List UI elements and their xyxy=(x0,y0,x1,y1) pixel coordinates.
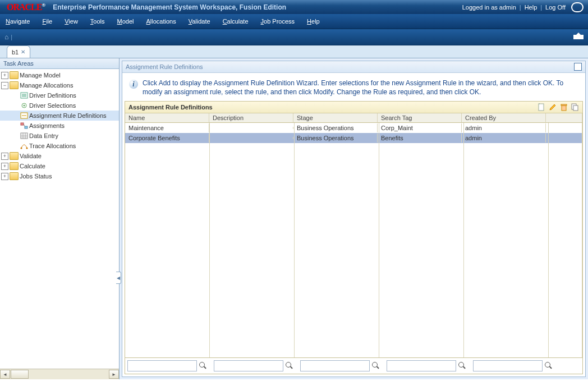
col-stage[interactable]: Stage xyxy=(293,113,378,122)
menu-allocations[interactable]: Allocations xyxy=(146,18,176,25)
svg-rect-11 xyxy=(561,104,567,105)
oracle-logo: ORACLE® xyxy=(4,2,47,13)
expand-icon[interactable]: + xyxy=(1,163,8,170)
splitter-handle[interactable]: ◀ xyxy=(116,272,121,284)
task-tree: + Manage Model − Manage Allocations Driv… xyxy=(0,69,119,369)
expand-icon[interactable]: + xyxy=(1,173,8,180)
logoff-link[interactable]: Log Off xyxy=(545,4,566,11)
tree-node-assignment-rule-definitions[interactable]: Assignment Rule Definitions xyxy=(0,111,119,121)
close-icon[interactable]: ✕ xyxy=(21,49,25,55)
trace-icon xyxy=(20,143,28,149)
svg-point-8 xyxy=(26,148,28,149)
search-icon[interactable] xyxy=(458,362,466,370)
assignment-rule-panel: Assignment Rule Definitions i Click Add … xyxy=(122,61,586,377)
table-body: Maintenance Business Operations Corp_Mai… xyxy=(125,123,582,357)
menu-help[interactable]: Help xyxy=(307,18,320,25)
expand-icon[interactable]: + xyxy=(1,72,8,79)
maximize-icon[interactable] xyxy=(574,63,582,71)
tree-node-calculate[interactable]: + Calculate xyxy=(0,161,119,171)
app-header: ORACLE® Enterprise Performance Managemen… xyxy=(0,0,588,14)
col-name[interactable]: Name xyxy=(125,113,209,122)
main-panel-area: Assignment Rule Definitions i Click Add … xyxy=(120,58,588,379)
scroll-right-icon[interactable]: ► xyxy=(109,370,119,379)
tree-node-validate[interactable]: + Validate xyxy=(0,151,119,161)
scroll-left-icon[interactable]: ◄ xyxy=(0,370,10,379)
collapse-toggle-icon[interactable] xyxy=(573,35,584,39)
login-status: Logged in as admin xyxy=(462,4,516,11)
folder-icon xyxy=(10,162,19,170)
collapse-icon[interactable]: − xyxy=(1,82,8,89)
filter-name-input[interactable] xyxy=(127,360,197,371)
table-row[interactable]: Corporate Benefits Business Operations B… xyxy=(125,133,582,143)
help-link[interactable]: Help xyxy=(525,4,538,11)
filter-created-by-input[interactable] xyxy=(473,360,543,371)
col-search-tag[interactable]: Search Tag xyxy=(378,113,462,122)
tree-node-trace-allocations[interactable]: Trace Allocations xyxy=(0,141,119,151)
add-button[interactable] xyxy=(538,103,545,111)
table-row[interactable]: Maintenance Business Operations Corp_Mai… xyxy=(125,123,582,133)
panel-title: Assignment Rule Definitions xyxy=(126,63,203,70)
filter-description-input[interactable] xyxy=(214,360,283,371)
tab-label: b1 xyxy=(12,49,19,56)
sidebar: Task Areas + Manage Model − Manage Alloc… xyxy=(0,58,120,379)
tree-node-manage-allocations[interactable]: − Manage Allocations xyxy=(0,80,119,90)
search-icon[interactable] xyxy=(199,362,207,370)
svg-point-7 xyxy=(21,148,22,149)
assignments-icon xyxy=(20,122,28,129)
home-icon[interactable]: ⌂ xyxy=(4,33,8,41)
sidebar-title: Task Areas xyxy=(0,58,119,69)
search-icon[interactable] xyxy=(372,362,380,370)
crumb-separator: | xyxy=(11,34,12,40)
table-title: Assignment Rule Definitions xyxy=(128,104,213,111)
toolbar-strip: ⌂ | xyxy=(0,29,588,45)
info-message: i Click Add to display the Assignment Ru… xyxy=(122,73,585,101)
panel-header: Assignment Rule Definitions xyxy=(122,61,585,73)
col-created-by[interactable]: Created By xyxy=(462,113,546,122)
filter-search-tag-input[interactable] xyxy=(387,360,456,371)
svg-point-2 xyxy=(24,105,25,107)
info-icon: i xyxy=(129,80,138,89)
tree-node-assignments[interactable]: Assignments xyxy=(0,121,119,131)
col-description[interactable]: Description xyxy=(209,113,293,122)
svg-rect-5 xyxy=(25,126,27,128)
copy-button[interactable] xyxy=(571,103,579,111)
tree-node-data-entry[interactable]: Data Entry xyxy=(0,131,119,141)
svg-rect-13 xyxy=(573,105,578,111)
search-icon[interactable] xyxy=(545,362,553,370)
expand-icon[interactable]: + xyxy=(1,153,8,160)
folder-icon xyxy=(10,71,19,79)
tree-node-driver-selections[interactable]: Driver Selections xyxy=(0,100,119,111)
filter-row xyxy=(125,357,582,374)
delete-button[interactable] xyxy=(560,103,568,111)
selection-icon xyxy=(20,102,28,109)
menu-view[interactable]: View xyxy=(65,18,78,25)
menu-navigate[interactable]: Navigate xyxy=(6,18,30,25)
menu-validate[interactable]: Validate xyxy=(189,18,210,25)
svg-rect-10 xyxy=(562,105,566,111)
menu-tools[interactable]: Tools xyxy=(90,18,105,25)
info-text: Click Add to display the Assignment Rule… xyxy=(143,79,578,97)
tab-b1[interactable]: b1 ✕ xyxy=(7,45,30,58)
header-actions: Logged in as admin | Help | Log Off xyxy=(462,2,584,12)
folder-icon xyxy=(10,172,19,180)
menubar: Navigate File View Tools Model Allocatio… xyxy=(0,14,588,29)
tree-node-manage-model[interactable]: + Manage Model xyxy=(0,70,119,80)
sidebar-scrollbar[interactable]: ◄ ► xyxy=(0,369,119,379)
menu-job-process[interactable]: Job Process xyxy=(261,18,295,25)
menu-calculate[interactable]: Calculate xyxy=(223,18,249,25)
menu-file[interactable]: File xyxy=(42,18,52,25)
folder-icon xyxy=(10,81,19,89)
scroll-thumb[interactable] xyxy=(11,370,29,379)
rules-table: Assignment Rule Definitions Name Descrip… xyxy=(125,101,583,374)
search-icon[interactable] xyxy=(286,362,293,370)
tree-node-driver-definitions[interactable]: Driver Definitions xyxy=(0,90,119,100)
rule-icon xyxy=(20,112,28,119)
grid-icon xyxy=(20,132,28,139)
document-tabs: b1 ✕ xyxy=(0,45,588,58)
edit-button[interactable] xyxy=(549,103,557,111)
driver-icon xyxy=(20,92,28,99)
filter-stage-input[interactable] xyxy=(300,360,370,371)
brand-oval-icon xyxy=(571,2,584,12)
tree-node-jobs-status[interactable]: + Jobs Status xyxy=(0,171,119,181)
menu-model[interactable]: Model xyxy=(117,18,134,25)
